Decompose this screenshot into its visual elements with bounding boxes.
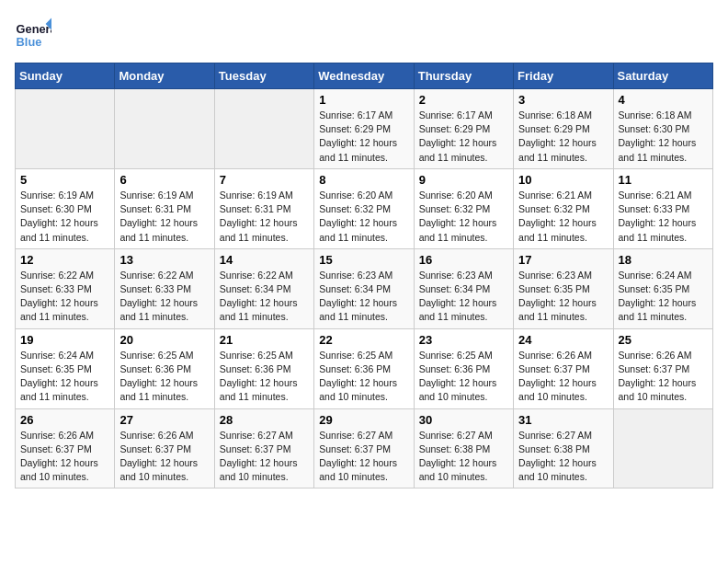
page-header: General Blue [15, 15, 713, 52]
calendar-cell [115, 89, 214, 169]
calendar-table: SundayMondayTuesdayWednesdayThursdayFrid… [15, 63, 713, 488]
calendar-cell: 5Sunrise: 6:19 AM Sunset: 6:30 PM Daylig… [16, 168, 115, 248]
day-number: 27 [119, 413, 209, 427]
day-info: Sunrise: 6:18 AM Sunset: 6:29 PM Dayligh… [518, 109, 608, 165]
day-info: Sunrise: 6:26 AM Sunset: 6:37 PM Dayligh… [619, 349, 708, 405]
day-number: 30 [419, 413, 508, 427]
calendar-cell: 2Sunrise: 6:17 AM Sunset: 6:29 PM Daylig… [414, 89, 513, 169]
day-number: 12 [20, 253, 109, 267]
day-info: Sunrise: 6:27 AM Sunset: 6:37 PM Dayligh… [319, 429, 408, 485]
day-number: 1 [319, 93, 408, 107]
calendar-cell: 1Sunrise: 6:17 AM Sunset: 6:29 PM Daylig… [314, 89, 414, 169]
calendar-cell: 21Sunrise: 6:25 AM Sunset: 6:36 PM Dayli… [214, 328, 313, 408]
day-info: Sunrise: 6:27 AM Sunset: 6:37 PM Dayligh… [220, 429, 309, 485]
day-number: 10 [518, 173, 608, 187]
calendar-cell [214, 89, 313, 169]
day-info: Sunrise: 6:22 AM Sunset: 6:34 PM Dayligh… [220, 269, 309, 325]
calendar-cell: 3Sunrise: 6:18 AM Sunset: 6:29 PM Daylig… [514, 89, 613, 169]
calendar-cell: 19Sunrise: 6:24 AM Sunset: 6:35 PM Dayli… [16, 328, 115, 408]
day-info: Sunrise: 6:24 AM Sunset: 6:35 PM Dayligh… [619, 269, 708, 325]
calendar-week-row: 26Sunrise: 6:26 AM Sunset: 6:37 PM Dayli… [16, 408, 713, 488]
calendar-week-row: 5Sunrise: 6:19 AM Sunset: 6:30 PM Daylig… [16, 168, 713, 248]
day-info: Sunrise: 6:26 AM Sunset: 6:37 PM Dayligh… [518, 349, 608, 405]
day-number: 9 [419, 173, 508, 187]
day-info: Sunrise: 6:17 AM Sunset: 6:29 PM Dayligh… [419, 109, 508, 165]
day-info: Sunrise: 6:26 AM Sunset: 6:37 PM Dayligh… [20, 429, 109, 485]
day-info: Sunrise: 6:25 AM Sunset: 6:36 PM Dayligh… [419, 349, 508, 405]
day-number: 28 [220, 413, 309, 427]
day-info: Sunrise: 6:23 AM Sunset: 6:34 PM Dayligh… [419, 269, 508, 325]
day-info: Sunrise: 6:25 AM Sunset: 6:36 PM Dayligh… [119, 349, 209, 405]
day-info: Sunrise: 6:20 AM Sunset: 6:32 PM Dayligh… [419, 189, 508, 245]
day-info: Sunrise: 6:25 AM Sunset: 6:36 PM Dayligh… [220, 349, 309, 405]
day-number: 20 [119, 333, 209, 347]
col-header-friday: Friday [514, 63, 613, 89]
day-info: Sunrise: 6:27 AM Sunset: 6:38 PM Dayligh… [419, 429, 508, 485]
calendar-cell: 10Sunrise: 6:21 AM Sunset: 6:32 PM Dayli… [514, 168, 613, 248]
day-number: 17 [518, 253, 608, 267]
day-number: 5 [20, 173, 109, 187]
calendar-cell: 20Sunrise: 6:25 AM Sunset: 6:36 PM Dayli… [115, 328, 214, 408]
logo-svg: General Blue [15, 15, 51, 52]
day-number: 11 [619, 173, 708, 187]
day-number: 15 [319, 253, 408, 267]
calendar-header-row: SundayMondayTuesdayWednesdayThursdayFrid… [16, 63, 713, 89]
calendar-cell: 16Sunrise: 6:23 AM Sunset: 6:34 PM Dayli… [414, 248, 513, 328]
day-number: 3 [518, 93, 608, 107]
day-info: Sunrise: 6:19 AM Sunset: 6:31 PM Dayligh… [220, 189, 309, 245]
calendar-cell: 23Sunrise: 6:25 AM Sunset: 6:36 PM Dayli… [414, 328, 513, 408]
day-info: Sunrise: 6:22 AM Sunset: 6:33 PM Dayligh… [119, 269, 209, 325]
day-info: Sunrise: 6:25 AM Sunset: 6:36 PM Dayligh… [319, 349, 408, 405]
calendar-cell: 30Sunrise: 6:27 AM Sunset: 6:38 PM Dayli… [414, 408, 513, 488]
calendar-cell: 28Sunrise: 6:27 AM Sunset: 6:37 PM Dayli… [214, 408, 313, 488]
day-number: 4 [619, 93, 708, 107]
day-info: Sunrise: 6:23 AM Sunset: 6:34 PM Dayligh… [319, 269, 408, 325]
calendar-cell: 11Sunrise: 6:21 AM Sunset: 6:33 PM Dayli… [613, 168, 712, 248]
calendar-cell: 6Sunrise: 6:19 AM Sunset: 6:31 PM Daylig… [115, 168, 214, 248]
day-number: 26 [20, 413, 109, 427]
calendar-cell: 27Sunrise: 6:26 AM Sunset: 6:37 PM Dayli… [115, 408, 214, 488]
col-header-wednesday: Wednesday [314, 63, 414, 89]
day-number: 19 [20, 333, 109, 347]
calendar-week-row: 12Sunrise: 6:22 AM Sunset: 6:33 PM Dayli… [16, 248, 713, 328]
day-number: 2 [419, 93, 508, 107]
calendar-cell: 9Sunrise: 6:20 AM Sunset: 6:32 PM Daylig… [414, 168, 513, 248]
day-number: 14 [220, 253, 309, 267]
day-info: Sunrise: 6:23 AM Sunset: 6:35 PM Dayligh… [518, 269, 608, 325]
calendar-cell [613, 408, 712, 488]
day-number: 31 [518, 413, 608, 427]
calendar-cell: 18Sunrise: 6:24 AM Sunset: 6:35 PM Dayli… [613, 248, 712, 328]
day-number: 25 [619, 333, 708, 347]
day-info: Sunrise: 6:24 AM Sunset: 6:35 PM Dayligh… [20, 349, 109, 405]
calendar-cell: 31Sunrise: 6:27 AM Sunset: 6:38 PM Dayli… [514, 408, 613, 488]
day-number: 22 [319, 333, 408, 347]
calendar-cell: 17Sunrise: 6:23 AM Sunset: 6:35 PM Dayli… [514, 248, 613, 328]
calendar-cell [16, 89, 115, 169]
day-info: Sunrise: 6:26 AM Sunset: 6:37 PM Dayligh… [119, 429, 209, 485]
day-number: 13 [119, 253, 209, 267]
day-number: 8 [319, 173, 408, 187]
day-info: Sunrise: 6:21 AM Sunset: 6:32 PM Dayligh… [518, 189, 608, 245]
day-number: 6 [119, 173, 209, 187]
day-info: Sunrise: 6:19 AM Sunset: 6:31 PM Dayligh… [119, 189, 209, 245]
calendar-cell: 4Sunrise: 6:18 AM Sunset: 6:30 PM Daylig… [613, 89, 712, 169]
calendar-cell: 12Sunrise: 6:22 AM Sunset: 6:33 PM Dayli… [16, 248, 115, 328]
calendar-cell: 25Sunrise: 6:26 AM Sunset: 6:37 PM Dayli… [613, 328, 712, 408]
col-header-sunday: Sunday [16, 63, 115, 89]
day-number: 29 [319, 413, 408, 427]
day-info: Sunrise: 6:22 AM Sunset: 6:33 PM Dayligh… [20, 269, 109, 325]
day-number: 21 [220, 333, 309, 347]
day-number: 7 [220, 173, 309, 187]
col-header-thursday: Thursday [414, 63, 513, 89]
day-number: 24 [518, 333, 608, 347]
day-number: 23 [419, 333, 508, 347]
day-number: 16 [419, 253, 508, 267]
day-info: Sunrise: 6:21 AM Sunset: 6:33 PM Dayligh… [619, 189, 708, 245]
col-header-saturday: Saturday [613, 63, 712, 89]
day-info: Sunrise: 6:19 AM Sunset: 6:30 PM Dayligh… [20, 189, 109, 245]
calendar-cell: 7Sunrise: 6:19 AM Sunset: 6:31 PM Daylig… [214, 168, 313, 248]
calendar-week-row: 1Sunrise: 6:17 AM Sunset: 6:29 PM Daylig… [16, 89, 713, 169]
svg-text:Blue: Blue [17, 35, 42, 49]
calendar-cell: 24Sunrise: 6:26 AM Sunset: 6:37 PM Dayli… [514, 328, 613, 408]
calendar-week-row: 19Sunrise: 6:24 AM Sunset: 6:35 PM Dayli… [16, 328, 713, 408]
